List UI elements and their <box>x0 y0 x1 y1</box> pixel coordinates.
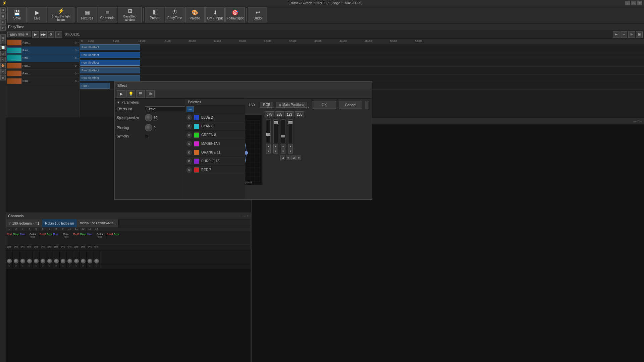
sidebar-icon-chart[interactable]: 📊 <box>0 45 6 50</box>
fader-10[interactable] <box>66 251 73 264</box>
pan-value-box[interactable]: 075 <box>265 111 274 117</box>
track-settings-icon-2[interactable]: ⚙ <box>74 57 77 60</box>
muy-up-btn[interactable]: ▲ <box>288 144 293 148</box>
channels-button[interactable]: ≡ Channels <box>98 7 117 22</box>
tilt-value-box[interactable]: 129 <box>285 111 294 117</box>
effect-block-4[interactable]: Pan tilt effect <box>80 75 140 81</box>
palette-item-magenta5[interactable]: ⚙ MAGENTA 5 <box>185 139 245 148</box>
phasing-knob[interactable] <box>145 124 152 131</box>
fader-6[interactable] <box>40 251 46 264</box>
fader-11[interactable] <box>73 251 80 264</box>
live-button[interactable]: ▶ Live <box>28 7 47 22</box>
mux-down-btn[interactable]: ▼ <box>273 149 278 154</box>
palette-item-red7[interactable]: ⚙ RED 7 <box>185 166 245 174</box>
sidebar-icon-3[interactable]: ≡ <box>0 19 6 25</box>
palette-item-orange11[interactable]: ⚙ ORANGE 11 <box>185 148 245 157</box>
mux-slider[interactable] <box>273 119 278 143</box>
palette-item-cyan6[interactable]: ⚙ CYAN 6 <box>185 122 245 131</box>
pan-down-btn[interactable]: ▼ <box>266 149 271 154</box>
align-left-btn[interactable]: ⊢ <box>613 31 620 38</box>
effect-light-btn[interactable]: 💡 <box>126 90 135 98</box>
settings-button[interactable]: ⚙ <box>48 31 54 38</box>
fader-9[interactable] <box>60 251 66 264</box>
tilt-slider[interactable] <box>281 119 285 143</box>
bs-center-btn[interactable]: ▼ <box>286 156 290 160</box>
play-button[interactable]: ▶ <box>32 31 39 38</box>
track-settings-icon-4[interactable]: ⚙ <box>74 72 77 75</box>
bs-right-btn-1[interactable]: ◀ <box>291 156 296 160</box>
tilt-up-btn[interactable]: ▲ <box>281 144 285 148</box>
track-add-icon-3[interactable]: + <box>77 64 79 67</box>
pan-slider[interactable] <box>266 119 271 143</box>
minimize-button[interactable]: - <box>625 1 630 5</box>
align-right-btn[interactable]: ⊩ <box>628 31 635 38</box>
muy-value-box[interactable]: 255 <box>295 111 304 117</box>
fader-12[interactable] <box>80 251 87 264</box>
list-button[interactable]: ≡ <box>55 31 62 38</box>
mux-value-box[interactable]: 255 <box>275 111 284 117</box>
effect-block-0[interactable]: Pan tilt effect <box>80 44 140 50</box>
sidebar-icon-curve[interactable]: ∿ <box>0 57 6 62</box>
show-light-beam-button[interactable]: ⚡ Show the light beam <box>48 7 74 22</box>
track-add-icon-5[interactable]: + <box>77 80 79 83</box>
close-button[interactable]: × <box>637 1 642 5</box>
effect-block-5[interactable]: Pan t <box>80 83 110 89</box>
sidebar-icon-chaser[interactable]: ⚙ <box>0 75 6 80</box>
effect-block-3[interactable]: Pan tilt effect <box>80 67 140 73</box>
palette-button[interactable]: 🎨 Palette <box>185 7 205 22</box>
cancel-button[interactable]: Cancel <box>339 101 362 109</box>
track-add-icon-2[interactable]: + <box>77 57 79 60</box>
speed-knob[interactable] <box>145 114 152 121</box>
maximize-button[interactable]: □ <box>631 1 636 5</box>
preset-button[interactable]: 🎛 Preset <box>145 7 164 22</box>
symetry-checkbox[interactable] <box>145 134 149 138</box>
undo-button[interactable]: ↩ Undo <box>248 7 267 22</box>
effect-block-2[interactable]: Pan tilt effect <box>80 60 140 66</box>
mux-up-btn[interactable]: ▲ <box>273 144 278 148</box>
fader-3[interactable] <box>19 251 26 264</box>
effect-list-btn[interactable]: ☰ <box>136 90 145 98</box>
sidebar-icon-4[interactable]: ▼ <box>0 25 6 31</box>
track-add-icon-4[interactable]: + <box>77 72 79 75</box>
palette-item-green8[interactable]: ⚙ GREEN 8 <box>185 131 245 139</box>
sidebar-icon-static[interactable]: Stat <box>0 34 6 44</box>
easystep-button[interactable]: ⊞ EasyStep window <box>118 7 142 22</box>
resize-handle[interactable] <box>365 101 368 109</box>
fader-14[interactable] <box>93 251 100 264</box>
track-add-icon-1[interactable]: + <box>77 49 79 52</box>
track-settings-icon-5[interactable]: ⚙ <box>74 80 77 83</box>
play-step-button[interactable]: ▶▶ <box>40 31 47 38</box>
sidebar-icon-color[interactable]: 🎨 <box>0 63 6 68</box>
device-tab-1[interactable]: Robin 150 ledbeam <box>42 219 77 227</box>
sidebar-icon-1[interactable]: ⊞ <box>0 7 6 13</box>
fader-8[interactable] <box>53 251 60 264</box>
pan-up-btn[interactable]: ▲ <box>266 144 271 148</box>
track-settings-icon-1[interactable]: ⚙ <box>74 49 77 52</box>
bs-right-btn-2[interactable]: ▼ <box>297 156 301 160</box>
align-center-btn[interactable]: ⊣ <box>621 31 627 38</box>
track-settings-icon-3[interactable]: ⚙ <box>74 64 77 67</box>
track-add-icon-0[interactable]: + <box>77 41 79 44</box>
sidebar-icon-gradient[interactable]: Gr <box>0 51 6 56</box>
device-tab-0[interactable]: in 100 ledbeam - m1 <box>6 219 42 227</box>
fader-13[interactable] <box>87 251 93 264</box>
effect-play-btn[interactable]: ▶ <box>117 90 125 98</box>
save-button[interactable]: 💾 Save <box>7 7 27 22</box>
effects-dropdown[interactable]: EasyTime ▼ <box>7 32 31 37</box>
muy-slider[interactable] <box>288 119 293 143</box>
tilt-down-btn[interactable]: ▼ <box>281 149 285 154</box>
fader-2[interactable] <box>13 251 19 264</box>
muy-down-btn[interactable]: ▼ <box>288 149 293 154</box>
distribute-btn[interactable]: ⊠ <box>636 31 643 38</box>
easytime-button[interactable]: ⏱ EasyTime <box>165 7 184 22</box>
effect-add-btn[interactable]: ⊕ <box>146 90 155 98</box>
effect-block-1[interactable]: Pan tilt effect <box>80 52 140 58</box>
bs-left-btn[interactable]: ◀ <box>280 156 285 160</box>
fader-4[interactable] <box>26 251 33 264</box>
fader-7[interactable] <box>46 251 53 264</box>
effects-list-dropdown[interactable]: Circle ▼ <box>145 106 190 112</box>
device-tab-2[interactable]: ROBIN 150 LEDBEAM.S... <box>77 219 119 227</box>
fader-1[interactable] <box>6 251 13 264</box>
sidebar-icon-2[interactable]: ▦ <box>0 13 6 19</box>
sidebar-icon-pantilt[interactable]: ✛ <box>0 69 6 74</box>
